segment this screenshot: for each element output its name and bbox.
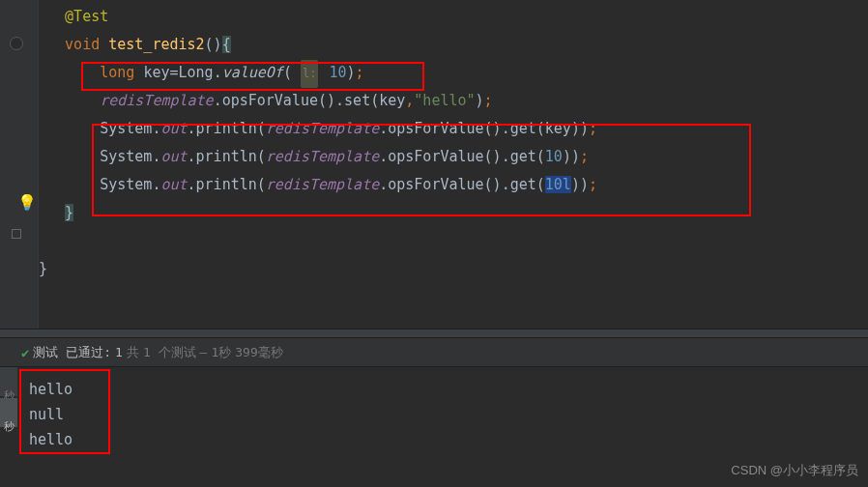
code-content: @Test void test_redis2(){ long key=Long.… bbox=[39, 0, 868, 283]
field-out: out bbox=[160, 120, 187, 137]
field: redisTemplate bbox=[100, 92, 213, 109]
param-hint: l: bbox=[301, 60, 318, 88]
status-prefix: 测试 已通过: bbox=[33, 338, 111, 367]
keyword-long: long bbox=[100, 64, 134, 81]
arg: key bbox=[545, 120, 571, 137]
pane-separator[interactable] bbox=[0, 329, 868, 338]
console-output[interactable]: hello null hello bbox=[0, 367, 868, 452]
test-status-bar: ✔ 测试 已通过: 1共 1 个测试 – 1秒 399毫秒 bbox=[0, 338, 868, 367]
status-time1: 1秒 bbox=[211, 338, 231, 367]
status-dash: – bbox=[200, 338, 208, 367]
method-get: get bbox=[510, 148, 536, 165]
output-line: hello bbox=[29, 427, 868, 452]
method-call: set bbox=[344, 92, 370, 109]
class-long: Long bbox=[179, 64, 214, 81]
method-call: opsForValue bbox=[388, 176, 483, 193]
status-count: 1 bbox=[115, 338, 123, 367]
lightbulb-icon[interactable]: 💡 bbox=[17, 193, 37, 212]
status-time2: 399毫秒 bbox=[235, 338, 282, 367]
method-println: println bbox=[196, 120, 257, 137]
number-literal: 10 bbox=[329, 64, 346, 81]
method-call: opsForValue bbox=[222, 92, 318, 109]
gutter: 💡 bbox=[0, 0, 39, 329]
watermark: CSDN @小小李程序员 bbox=[731, 462, 858, 479]
code-editor[interactable]: 💡 @Test void test_redis2(){ long key=Lon… bbox=[0, 0, 868, 329]
variable: key bbox=[143, 64, 169, 81]
output-line: hello bbox=[29, 377, 868, 402]
status-total: 1 个测试 bbox=[143, 338, 196, 367]
class-system: System bbox=[100, 120, 152, 137]
method-call: opsForValue bbox=[388, 148, 483, 165]
annotation: @Test bbox=[65, 8, 108, 25]
method-valueof: valueOf bbox=[222, 64, 283, 81]
field: redisTemplate bbox=[266, 148, 379, 165]
class-system: System bbox=[100, 176, 152, 193]
method-get: get bbox=[510, 120, 536, 137]
string-literal: "hello" bbox=[414, 92, 475, 109]
class-system: System bbox=[100, 148, 152, 165]
console-tab-active[interactable]: 秒 bbox=[0, 398, 17, 427]
status-unit: 共 bbox=[127, 338, 139, 367]
gutter-marker bbox=[10, 37, 23, 50]
method-call: opsForValue bbox=[388, 120, 483, 137]
field: redisTemplate bbox=[266, 120, 379, 137]
method-get: get bbox=[510, 176, 536, 193]
number-literal: 10 bbox=[545, 148, 563, 165]
field-out: out bbox=[160, 148, 187, 165]
number-literal-selected: 10l bbox=[545, 176, 571, 193]
method-name: test_redis2 bbox=[108, 36, 204, 53]
method-println: println bbox=[196, 176, 257, 193]
output-line: null bbox=[29, 402, 868, 427]
check-icon: ✔ bbox=[21, 338, 29, 367]
keyword-void: void bbox=[65, 36, 100, 53]
console-tab[interactable]: 秒 bbox=[0, 367, 17, 396]
gutter-marker bbox=[12, 229, 21, 239]
method-println: println bbox=[196, 148, 257, 165]
field-out: out bbox=[160, 176, 187, 193]
arg: key bbox=[379, 92, 405, 109]
field: redisTemplate bbox=[266, 176, 379, 193]
